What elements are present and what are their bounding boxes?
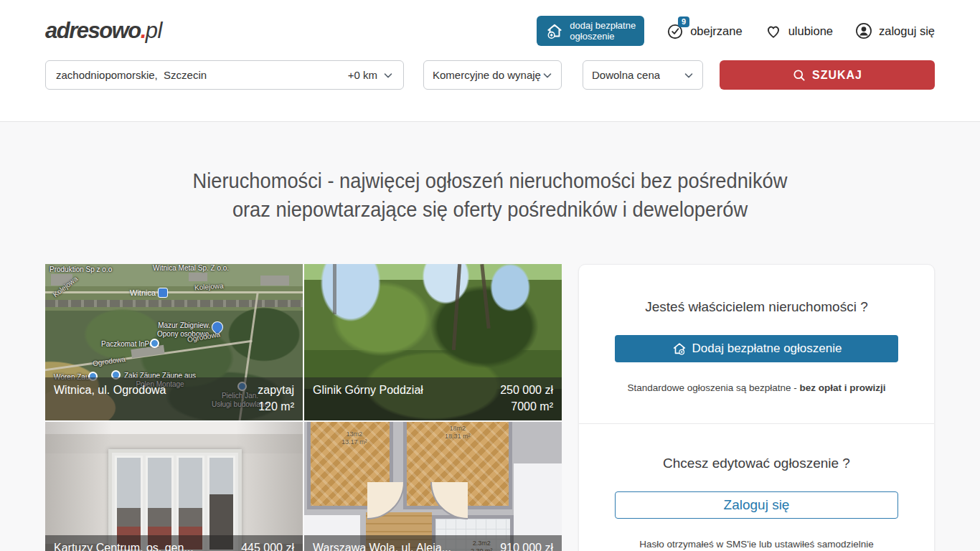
sidebar-login-button[interactable]: Zaloguj się	[615, 491, 898, 519]
map-pin-icon	[150, 339, 159, 348]
edit-note: Hasło otrzymałeś w SMS'ie lub ustawiłeś …	[615, 539, 898, 550]
owner-panel: Jesteś właścicielem nieruchomości ? Doda…	[578, 264, 935, 551]
distance-select[interactable]: +0 km	[348, 69, 395, 82]
logo-main: adresowo	[45, 18, 141, 43]
listing-tile[interactable]: Glinik Górny Poddział 250 000 zł 7000 m²	[304, 264, 562, 420]
distance-value: +0 km	[348, 69, 377, 81]
nav-favorites[interactable]: ulubione	[764, 22, 833, 40]
location-value: zachodniopomorskie, Szczecin	[56, 69, 348, 81]
listing-area: 120 m²	[258, 400, 294, 413]
sidebar-add-listing-button[interactable]: Dodaj bezpłatne ogłoszenie	[615, 335, 898, 362]
search-button-label: SZUKAJ	[812, 69, 862, 82]
location-input[interactable]: zachodniopomorskie, Szczecin +0 km	[45, 60, 404, 90]
price-value: Dowolna cena	[592, 69, 660, 81]
listing-tile[interactable]: Kartuzy Centrum, os. gen... 445 000 zł	[45, 422, 303, 551]
category-value: Komercyjne do wynaję	[433, 69, 541, 81]
heart-icon	[764, 22, 783, 40]
viewed-count-badge: 9	[678, 17, 689, 27]
search-button[interactable]: SZUKAJ	[720, 60, 935, 90]
listing-price: zapytaj	[258, 384, 294, 397]
listing-title: Warszawa Wola, ul. Aleja...	[313, 542, 451, 551]
page-title: Nieruchomości - najwięcej ogłoszeń nieru…	[29, 166, 951, 224]
nav-login-label: zaloguj się	[879, 24, 935, 38]
search-icon	[792, 68, 806, 83]
user-icon	[854, 22, 873, 40]
viewed-check-icon: 9	[666, 22, 684, 40]
listing-caption: Glinik Górny Poddział 250 000 zł 7000 m²	[304, 377, 562, 420]
edit-section: Chcesz edytować ogłoszenie ? Zaloguj się…	[579, 423, 934, 551]
logo-suffix: pl	[146, 18, 162, 43]
nav-login[interactable]: zaloguj się	[854, 22, 935, 40]
listing-tile[interactable]: 13m2 13.17 m² 18m2 18.31 m² 2.3m2 2.30 m…	[304, 422, 562, 551]
chevron-down-icon	[682, 69, 695, 82]
price-select[interactable]: Dowolna cena	[583, 60, 703, 90]
listing-price: 910 000 zł	[500, 542, 553, 551]
listings-grid: Produktion Sp z o.o Witnica Metal Sp. Z …	[45, 264, 562, 551]
nav-viewed-label: obejrzane	[690, 24, 742, 38]
listing-caption: Witnica, ul. Ogrodowa zapytaj 120 m²	[45, 377, 303, 420]
sidebar-add-listing-label: Dodaj bezpłatne ogłoszenie	[692, 342, 842, 356]
logo[interactable]: adresowo.pl	[45, 18, 162, 44]
owner-note: Standardowe ogłoszenia są bezpłatne - be…	[615, 382, 898, 393]
hero: Nieruchomości - najwięcej ogłoszeń nieru…	[0, 122, 980, 264]
owner-section: Jesteś właścicielem nieruchomości ? Doda…	[579, 265, 934, 423]
category-select[interactable]: Komercyjne do wynaję	[423, 60, 562, 90]
listing-price: 250 000 zł	[500, 384, 553, 397]
edit-heading: Chcesz edytować ogłoszenie ?	[615, 456, 898, 471]
add-listing-button[interactable]: dodaj bezpłatne ogłoszenie	[537, 16, 644, 46]
listing-price: 445 000 zł	[241, 542, 294, 551]
add-listing-label: dodaj bezpłatne ogłoszenie	[570, 20, 636, 42]
listing-title: Glinik Górny Poddział	[313, 384, 423, 397]
listing-title: Kartuzy Centrum, os. gen...	[54, 542, 194, 551]
chevron-down-icon	[541, 69, 554, 82]
listing-title: Witnica, ul. Ogrodowa	[54, 384, 166, 397]
logo-dot: .	[141, 18, 146, 43]
listing-caption: Warszawa Wola, ul. Aleja... 910 000 zł	[304, 535, 562, 551]
listing-tile[interactable]: Produktion Sp z o.o Witnica Metal Sp. Z …	[45, 264, 303, 420]
search-bar: zachodniopomorskie, Szczecin +0 km Komer…	[45, 60, 935, 90]
house-plus-icon	[545, 22, 564, 40]
house-plus-icon	[672, 341, 687, 357]
listing-area: 7000 m²	[500, 400, 553, 413]
nav-favorites-label: ulubione	[788, 24, 833, 38]
map-station-badge: Witnica	[130, 288, 168, 298]
listing-photo-interior	[45, 422, 303, 551]
train-station-icon	[158, 288, 168, 298]
owner-heading: Jesteś właścicielem nieruchomości ?	[615, 299, 898, 315]
chevron-down-icon	[382, 69, 395, 82]
listing-photo-floorplan: 13m2 13.17 m² 18m2 18.31 m² 2.3m2 2.30 m…	[304, 422, 562, 551]
listing-caption: Kartuzy Centrum, os. gen... 445 000 zł	[45, 535, 303, 551]
header: adresowo.pl dodaj bezpłatne ogłoszenie	[0, 0, 980, 122]
nav-viewed[interactable]: 9 obejrzane	[666, 22, 742, 40]
